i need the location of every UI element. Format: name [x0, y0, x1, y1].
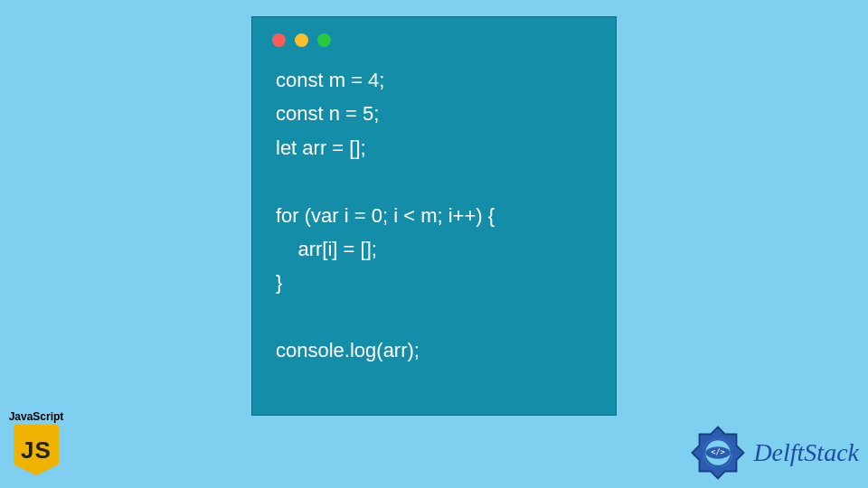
brand-name: DelftStack — [753, 438, 859, 467]
javascript-label: JavaScript — [5, 410, 67, 423]
brand-tag-text: </> — [712, 447, 726, 456]
close-dot-icon — [272, 33, 286, 47]
code-block: const m = 4; const n = 5; let arr = []; … — [252, 47, 616, 368]
javascript-shield-icon: JS — [14, 425, 59, 475]
maximize-dot-icon — [317, 33, 331, 47]
window-titlebar — [252, 17, 616, 47]
brand: </> DelftStack — [690, 425, 859, 481]
javascript-badge: JavaScript JS — [5, 410, 67, 475]
brand-logo-icon: </> — [690, 425, 746, 481]
minimize-dot-icon — [295, 33, 308, 47]
code-window: const m = 4; const n = 5; let arr = []; … — [251, 16, 617, 416]
